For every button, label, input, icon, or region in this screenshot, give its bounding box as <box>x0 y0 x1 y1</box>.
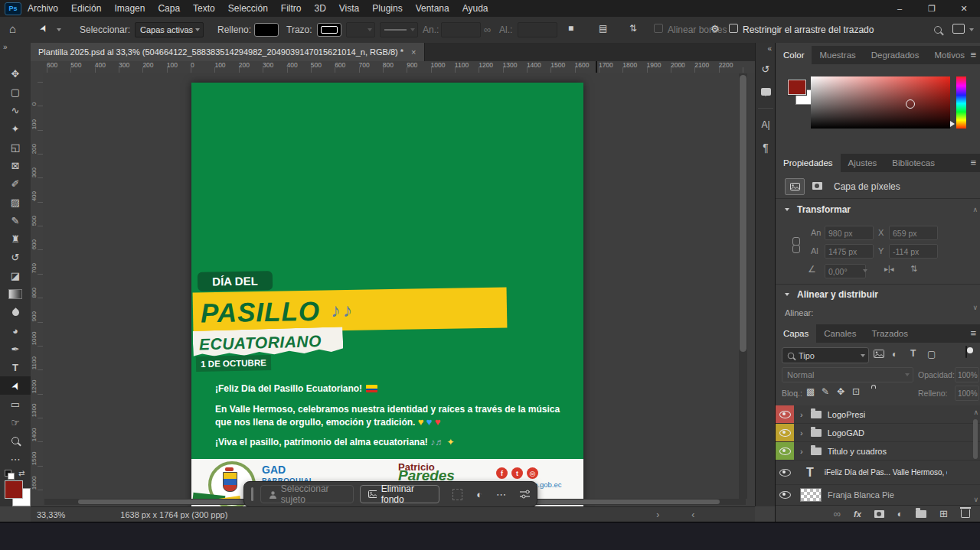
pathfinder-icon[interactable]: ■ <box>568 23 573 34</box>
pixel-layer-icon[interactable] <box>785 178 805 195</box>
layer-filter-dropdown[interactable]: Tipo <box>782 347 869 363</box>
path-selection-tool[interactable]: ➤ <box>0 376 31 395</box>
dock-collapse-icon[interactable]: « <box>756 43 776 57</box>
color-field[interactable] <box>811 76 950 129</box>
tab-ajustes[interactable]: Ajustes <box>841 154 885 172</box>
visibility-badge[interactable] <box>776 405 794 423</box>
tool-preset-chevron-icon[interactable] <box>57 28 61 31</box>
ctxbar-drag-handle[interactable] <box>251 487 253 501</box>
scroll-up-icon[interactable]: ∧ <box>973 408 978 416</box>
flip-vertical-icon[interactable]: ⇅ <box>910 264 917 274</box>
healing-brush-tool[interactable]: ▨ <box>0 193 31 211</box>
scroll-up-icon[interactable]: ∧ <box>972 206 978 213</box>
document-tab[interactable]: Plantilla 2025.psd al 33,3% (504664122_5… <box>31 43 425 61</box>
mask-icon[interactable] <box>808 178 826 194</box>
canvas[interactable]: DÍA DEL PASILLO ♪♪ ECUATORIANO 1 DE OCTU… <box>191 83 583 506</box>
layer-name[interactable]: LogoGAD <box>828 428 864 438</box>
menu-ventana[interactable]: Ventana <box>416 3 449 14</box>
eye-icon[interactable] <box>779 469 791 477</box>
eye-icon[interactable] <box>779 491 791 499</box>
dodge-tool[interactable]: ◕ <box>0 321 31 340</box>
pen-tool[interactable]: ✒ <box>0 340 31 358</box>
layer-row-logopresi[interactable]: › LogoPresi <box>776 405 980 424</box>
panel-menu-icon[interactable]: ≡ <box>970 327 976 339</box>
tab-bibliotecas[interactable]: Bibliotecas <box>884 154 942 172</box>
menu-vista[interactable]: Vista <box>339 3 359 14</box>
filter-toggle[interactable] <box>965 346 967 358</box>
tab-capas[interactable]: Capas <box>776 324 816 343</box>
status-prev-icon[interactable]: ‹ <box>691 509 694 520</box>
zoom-level-field[interactable]: 33,33% <box>37 510 65 519</box>
tab-degradados[interactable]: Degradados <box>864 46 927 64</box>
lock-artboard-icon[interactable]: ⊡ <box>852 386 860 397</box>
move-tool[interactable]: ✥ <box>0 64 31 83</box>
menu-edicion[interactable]: Edición <box>71 3 101 14</box>
lasso-tool[interactable]: ∿ <box>0 101 31 119</box>
eye-icon[interactable] <box>779 429 791 437</box>
brush-tool[interactable]: ✎ <box>0 211 31 229</box>
scrollbar-thumb[interactable] <box>973 419 978 459</box>
layer-row-text[interactable]: T iFeliz Día del Pas... Valle Hermoso, c… <box>776 461 980 485</box>
document-viewport[interactable]: DÍA DEL PASILLO ♪♪ ECUATORIANO 1 DE OCTU… <box>43 73 755 506</box>
move-tool-preset-icon[interactable]: ➤ <box>38 22 51 34</box>
hand-tool[interactable]: ☞ <box>0 413 31 431</box>
path-arrange-icon[interactable]: ⇅ <box>629 23 637 34</box>
lock-paint-icon[interactable]: ✎ <box>822 386 829 397</box>
remove-background-button[interactable]: Eliminar fondo <box>360 485 439 503</box>
rectangle-tool[interactable]: ▭ <box>0 395 31 413</box>
panel-menu-icon[interactable]: ≡ <box>970 157 976 168</box>
clone-stamp-tool[interactable]: ♜ <box>0 229 31 248</box>
menu-filtro[interactable]: Filtro <box>281 3 302 14</box>
vertical-scrollbar[interactable] <box>739 73 747 499</box>
tab-color[interactable]: Color <box>776 46 812 64</box>
scrollbar-thumb[interactable] <box>740 75 746 352</box>
path-align-icon[interactable]: ▤ <box>599 23 607 34</box>
swap-colors-icon[interactable]: ⇄ <box>18 469 24 477</box>
eraser-tool[interactable]: ◪ <box>0 266 31 285</box>
more-tools[interactable]: ⋯ <box>0 450 31 468</box>
tab-trazados[interactable]: Trazados <box>864 324 916 343</box>
layer-name[interactable]: iFeliz Día del Pas... Valle Hermoso, ce <box>825 468 947 477</box>
eye-icon[interactable] <box>779 447 791 455</box>
toolbar-collapse-icon[interactable]: » <box>0 43 31 54</box>
visibility-badge[interactable] <box>776 442 794 460</box>
fill-swatch[interactable] <box>254 23 279 37</box>
hue-slider-arrow[interactable] <box>950 121 955 127</box>
layer-row-titulo[interactable]: › Titulo y cuadros <box>776 442 980 461</box>
foreground-color-chip[interactable] <box>788 80 806 95</box>
layer-effects-icon[interactable]: fx <box>854 509 861 519</box>
workspace-chevron-icon[interactable] <box>969 28 974 31</box>
expand-chevron-icon[interactable]: › <box>800 428 803 438</box>
gear-icon[interactable]: ⚙ <box>710 23 720 34</box>
section-collapse-icon[interactable] <box>785 208 789 211</box>
tab-propiedades[interactable]: Propiedades <box>776 154 841 172</box>
filter-adjustment-layers-icon[interactable]: ◐ <box>892 349 897 360</box>
filter-pixel-layers-icon[interactable] <box>874 350 884 358</box>
tab-muestras[interactable]: Muestras <box>812 46 863 64</box>
menu-3d[interactable]: 3D <box>314 3 325 14</box>
workspace-switcher-icon[interactable] <box>952 24 965 34</box>
panel-menu-icon[interactable]: ≡ <box>970 49 976 60</box>
layer-thumbnail[interactable] <box>800 488 822 502</box>
home-icon[interactable]: ⌂ <box>9 22 16 35</box>
frame-tool[interactable]: ⊠ <box>0 156 31 174</box>
lock-move-icon[interactable]: ✥ <box>837 386 844 397</box>
color-cursor[interactable] <box>906 99 915 109</box>
menu-archivo[interactable]: Archivo <box>28 3 58 14</box>
character-panel-icon[interactable]: A| <box>756 113 776 136</box>
eye-icon[interactable] <box>779 411 791 418</box>
lock-transparency-icon[interactable]: ▩ <box>806 386 815 397</box>
adjustments-icon[interactable]: ◐ <box>476 489 482 500</box>
paragraph-panel-icon[interactable]: ¶ <box>756 136 776 159</box>
tab-canales[interactable]: Canales <box>816 324 864 343</box>
visibility-badge[interactable] <box>776 424 794 441</box>
delete-layer-icon[interactable] <box>961 509 970 518</box>
status-next-icon[interactable]: › <box>656 509 659 520</box>
hue-slider[interactable] <box>956 76 966 129</box>
minimize-button[interactable]: – <box>884 0 916 17</box>
new-layer-icon[interactable]: ⊞ <box>939 508 948 519</box>
properties-sliders-icon[interactable] <box>520 490 530 499</box>
layer-name[interactable]: Titulo y cuadros <box>828 447 887 456</box>
tab-motivos[interactable]: Motivos <box>926 46 972 64</box>
expand-chevron-icon[interactable]: › <box>800 410 803 419</box>
